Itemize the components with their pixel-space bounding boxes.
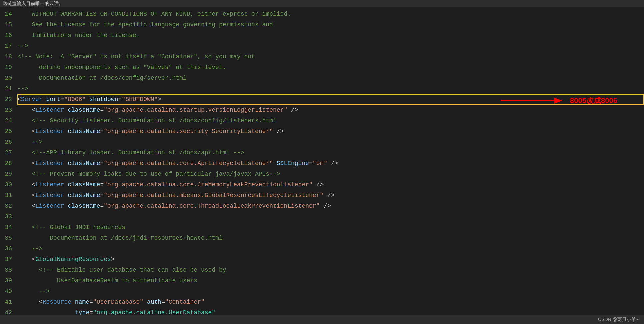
line-content: <!-- Security listener. Documentation at… [17,115,644,126]
line-content: --> [17,137,644,147]
table-row: 33 [0,211,644,222]
line-content: type="org.apache.catalina.UserDatabase" [17,307,644,315]
table-row: 38 <!-- Editable user database that can … [0,265,644,275]
table-row: 25 <Listener className="org.apache.catal… [0,126,644,137]
line-content: <Resource name="UserDatabase" auth="Cont… [17,297,644,307]
line-content: See the License for the specific languag… [17,19,644,30]
line-num: 22 [0,94,17,105]
line-content: WITHOUT WARRANTIES OR CONDITIONS OF ANY … [17,9,644,19]
code-area: 8005改成8006 14 WITHOUT WARRANTIES OR COND… [0,7,644,315]
table-row: 20 Documentation at /docs/config/server.… [0,73,644,83]
line-num: 39 [0,275,17,286]
line-content: limitations under the License. [17,30,644,41]
line-content: <!-- Editable user database that can als… [17,265,644,275]
table-row: 21 --> [0,83,644,94]
table-row: 15 See the License for the specific lang… [0,19,644,30]
table-row: 28 <Listener className="org.apache.catal… [0,158,644,169]
line-content: <Listener className="org.apache.catalina… [17,201,644,211]
line-num: 42 [0,307,17,315]
line-content: <Listener className="org.apache.catalina… [17,126,644,137]
line-content: <!-- Global JNDI resources [17,222,644,233]
table-row: 32 <Listener className="org.apache.catal… [0,201,644,211]
line-num: 41 [0,297,17,307]
table-row: 26 --> [0,137,644,147]
line-num: 33 [0,211,17,222]
line-num: 40 [0,286,17,297]
line-content: Documentation at /docs/jndi-resources-ho… [17,233,644,243]
line-content: <GlobalNamingResources> [17,254,644,265]
line-num: 14 [0,9,17,19]
line-content: Documentation at /docs/config/server.htm… [17,73,644,83]
line-content: <!-- Note: A "Server" is not itself a "C… [17,51,644,62]
line-num: 23 [0,105,17,115]
line-num: 28 [0,158,17,169]
line-content: --> [17,286,644,297]
line-num: 38 [0,265,17,275]
arrow-icon [501,94,567,107]
line-content: --> [17,83,644,94]
table-row: 37 <GlobalNamingResources> [0,254,644,265]
line-content: <!--APR library loader. Documentation at… [17,147,644,158]
table-row: 19 define subcomponents such as "Valves"… [0,62,644,73]
table-row: 31 <Listener className="org.apache.catal… [0,190,644,201]
table-row: 17 --> [0,41,644,51]
line-num: 29 [0,169,17,179]
line-content: define subcomponents such as "Valves" at… [17,62,644,73]
line-num: 35 [0,233,17,243]
line-num: 18 [0,51,17,62]
line-content: --> [17,243,644,254]
table-row: 18 <!-- Note: A "Server" is not itself a… [0,51,644,62]
line-content [17,211,644,222]
line-num: 24 [0,115,17,126]
table-row: 24 <!-- Security listener. Documentation… [0,115,644,126]
line-num: 32 [0,201,17,211]
line-num: 16 [0,30,17,41]
table-row: 42 type="org.apache.catalina.UserDatabas… [0,307,644,315]
line-num: 36 [0,243,17,254]
line-num: 30 [0,179,17,190]
line-num: 19 [0,62,17,73]
line-num: 27 [0,147,17,158]
table-row: 36 --> [0,243,644,254]
table-row: 30 <Listener className="org.apache.catal… [0,179,644,190]
table-row: 41 <Resource name="UserDatabase" auth="C… [0,297,644,307]
line-content: <Listener className="org.apache.catalina… [17,190,644,201]
line-num: 17 [0,41,17,51]
table-row: 16 limitations under the License. [0,30,644,41]
line-num: 26 [0,137,17,147]
line-content: <!-- Prevent memory leaks due to use of … [17,169,644,179]
line-num: 37 [0,254,17,265]
table-row: 29 <!-- Prevent memory leaks due to use … [0,169,644,179]
line-num: 25 [0,126,17,137]
table-row: 35 Documentation at /docs/jndi-resources… [0,233,644,243]
line-content: --> [17,41,644,51]
top-bar-text: 送链盘输入目前唯一的云话。 [3,1,63,7]
table-row: 27 <!--APR library loader. Documentation… [0,147,644,158]
table-row: 34 <!-- Global JNDI resources [0,222,644,233]
top-bar: 送链盘输入目前唯一的云话。 [0,0,644,7]
line-num: 20 [0,73,17,83]
annotation-text: 8005改成8006 [570,96,617,106]
bottom-bar-text: CSDN @两只小羊~ [598,317,639,323]
annotation: 8005改成8006 [501,94,617,107]
line-num: 34 [0,222,17,233]
table-row: 14 WITHOUT WARRANTIES OR CONDITIONS OF A… [0,9,644,19]
bottom-bar: CSDN @两只小羊~ [0,315,644,324]
line-num: 31 [0,190,17,201]
line-num: 15 [0,19,17,30]
table-row: 39 UserDatabaseRealm to authenticate use… [0,275,644,286]
line-content: UserDatabaseRealm to authenticate users [17,275,644,286]
line-content: <Listener className="org.apache.catalina… [17,158,644,169]
line-content: <Listener className="org.apache.catalina… [17,179,644,190]
line-num: 21 [0,83,17,94]
table-row: 40 --> [0,286,644,297]
